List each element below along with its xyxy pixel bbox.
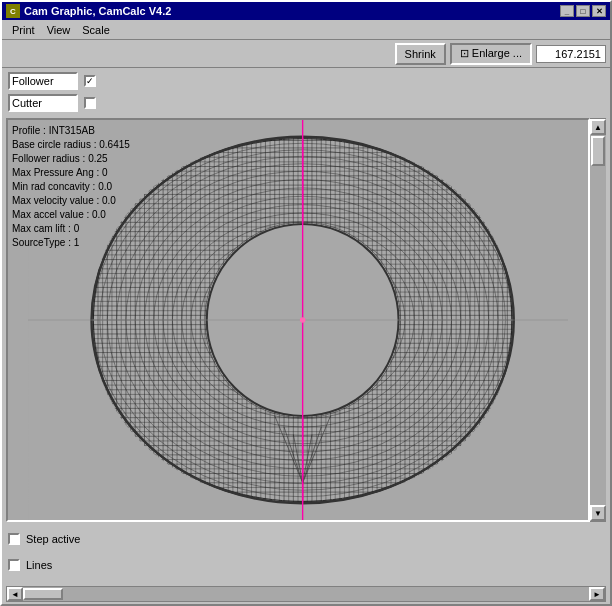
- window-title: Cam Graphic, CamCalc V4.2: [24, 5, 171, 17]
- horizontal-scrollbar[interactable]: ◄ ►: [6, 586, 606, 602]
- info-max-accel: Max accel value : 0.0: [12, 208, 130, 222]
- cutter-checkbox[interactable]: [84, 97, 96, 109]
- info-max-velocity: Max velocity value : 0.0: [12, 194, 130, 208]
- close-button[interactable]: ✕: [592, 5, 606, 17]
- shrink-button[interactable]: Shrink: [395, 43, 446, 65]
- title-bar-left: C Cam Graphic, CamCalc V4.2: [6, 4, 171, 18]
- enlarge-button[interactable]: ⊡ Enlarge ...: [450, 43, 532, 65]
- info-max-cam-lift: Max cam lift : 0: [12, 222, 130, 236]
- follower-row: Follower: [8, 70, 604, 92]
- info-follower-radius: Follower radius : 0.25: [12, 152, 130, 166]
- step-active-checkbox[interactable]: [8, 533, 20, 545]
- main-window: C Cam Graphic, CamCalc V4.2 _ □ ✕ Print …: [0, 0, 612, 606]
- info-base-circle: Base circle radius : 0.6415: [12, 138, 130, 152]
- info-max-pressure: Max Pressure Ang : 0: [12, 166, 130, 180]
- scroll-up-button[interactable]: ▲: [590, 119, 606, 135]
- title-controls: _ □ ✕: [560, 5, 606, 17]
- toolbar: Shrink ⊡ Enlarge ... 167.2151: [2, 40, 610, 68]
- info-source-type: SourceType : 1: [12, 236, 130, 250]
- lines-checkbox[interactable]: [8, 559, 20, 571]
- follower-checkbox[interactable]: [84, 75, 96, 87]
- menu-scale[interactable]: Scale: [76, 22, 116, 38]
- lines-row: Lines: [8, 554, 604, 576]
- scroll-down-button[interactable]: ▼: [590, 505, 606, 521]
- menu-bar: Print View Scale: [2, 20, 610, 40]
- scrollbar-thumb-v[interactable]: [591, 136, 605, 166]
- scroll-right-button[interactable]: ►: [589, 587, 605, 601]
- info-panel: Profile : INT315AB Base circle radius : …: [12, 124, 130, 250]
- value-display: 167.2151: [536, 45, 606, 63]
- step-active-label: Step active: [26, 533, 80, 545]
- cam-canvas-container[interactable]: Profile : INT315AB Base circle radius : …: [6, 118, 590, 522]
- scrollbar-track-h[interactable]: [23, 587, 589, 601]
- scrollbar-thumb-h[interactable]: [23, 588, 63, 600]
- canvas-row: Profile : INT315AB Base circle radius : …: [6, 118, 606, 522]
- lines-label: Lines: [26, 559, 52, 571]
- scroll-left-button[interactable]: ◄: [7, 587, 23, 601]
- bottom-area: Step active Lines: [2, 524, 610, 584]
- vertical-scrollbar[interactable]: ▲ ▼: [590, 118, 606, 522]
- app-icon: C: [6, 4, 20, 18]
- follower-dropdown[interactable]: Follower: [8, 72, 78, 90]
- info-profile: Profile : INT315AB: [12, 124, 130, 138]
- cutter-row: Cutter: [8, 92, 604, 114]
- title-bar: C Cam Graphic, CamCalc V4.2 _ □ ✕: [2, 2, 610, 20]
- menu-view[interactable]: View: [41, 22, 77, 38]
- step-active-row: Step active: [8, 528, 604, 550]
- menu-print[interactable]: Print: [6, 22, 41, 38]
- controls-area: Follower Cutter: [2, 68, 610, 116]
- svg-point-205: [300, 317, 306, 323]
- minimize-button[interactable]: _: [560, 5, 574, 17]
- scrollbar-track-v[interactable]: [590, 135, 606, 505]
- cutter-dropdown[interactable]: Cutter: [8, 94, 78, 112]
- info-min-rad: Min rad concavity : 0.0: [12, 180, 130, 194]
- maximize-button[interactable]: □: [576, 5, 590, 17]
